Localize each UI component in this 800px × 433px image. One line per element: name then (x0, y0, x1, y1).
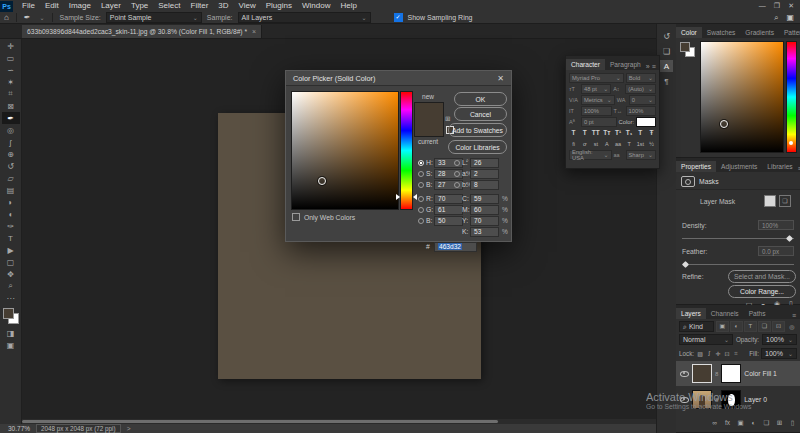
antialias-dropdown[interactable]: Sharp⌄ (626, 150, 657, 160)
opacity-dropdown[interactable]: 100%⌄ (762, 334, 797, 345)
color-libraries-button[interactable]: Color Libraries (448, 140, 507, 154)
menubar-item[interactable]: Edit (40, 0, 64, 12)
status-chevron-icon[interactable]: > (127, 425, 131, 432)
value-input[interactable]: 59 (470, 194, 499, 204)
layer-mask-badge-icon[interactable] (764, 195, 776, 207)
color-field[interactable] (291, 91, 399, 210)
type-style-button[interactable]: T¹ (614, 129, 623, 136)
radio-button[interactable] (418, 196, 424, 202)
link-layers-icon[interactable]: ∞ (710, 419, 719, 427)
close-icon[interactable]: ✕ (788, 2, 794, 10)
show-sampling-ring-checkbox[interactable]: ✓ (394, 13, 403, 22)
home-icon[interactable]: ⌂ (4, 13, 9, 22)
type-style-button[interactable]: TT (591, 129, 600, 136)
tool-type[interactable]: T (2, 232, 20, 244)
lock-position-icon[interactable]: ✛ (714, 350, 722, 357)
type-style-button[interactable]: T (580, 129, 589, 136)
tool-clone-stamp[interactable]: ⊕ (2, 148, 20, 160)
screen-mode-icon[interactable]: ▣ (2, 339, 20, 351)
lock-transparency-icon[interactable]: ▨ (696, 350, 704, 357)
tool-hand[interactable]: ✥ (2, 268, 20, 280)
filter-smart-objects-icon[interactable]: ⊡ (772, 321, 785, 332)
menubar-item[interactable]: Help (335, 0, 361, 12)
panel-tab[interactable]: Channels (706, 308, 744, 319)
opentype-button[interactable]: 1st (636, 141, 645, 147)
tool-pen[interactable]: ✑ (2, 220, 20, 232)
new-group-icon[interactable]: ❏ (762, 419, 771, 427)
radio-button[interactable] (418, 171, 424, 177)
layer-name[interactable]: Color Fill 1 (744, 370, 776, 377)
tool-move[interactable]: ✛ (2, 40, 20, 52)
radio-button[interactable] (454, 171, 460, 177)
kerning-dropdown[interactable]: Metrics⌄ (581, 95, 615, 105)
radio-button[interactable] (418, 218, 424, 224)
menubar-item[interactable]: Image (64, 0, 96, 12)
color-range-button[interactable]: Color Range... (728, 285, 796, 298)
lock-pixels-icon[interactable]: ʃ (705, 350, 713, 357)
value-input[interactable]: 8 (470, 180, 499, 190)
layer-mask-thumbnail[interactable] (721, 364, 741, 383)
density-value[interactable]: 100% (758, 220, 794, 230)
hue-slider-arrow-left[interactable] (396, 194, 400, 200)
type-style-button[interactable]: T₁ (625, 129, 634, 136)
tool-edit-toolbar[interactable]: ⋯ (2, 292, 20, 304)
chevron-down-icon[interactable]: ⌄ (40, 14, 45, 21)
filter-shape-layers-icon[interactable]: ❏ (758, 321, 771, 332)
tool-crop[interactable]: ⌗ (2, 88, 20, 100)
panel-tab[interactable]: Paragraph (605, 59, 646, 70)
new-adjustment-icon[interactable]: ◐ (749, 419, 758, 427)
eyedropper-tool-icon[interactable]: ✒ (24, 13, 31, 22)
lock-all-icon[interactable]: ⌗ (732, 350, 740, 357)
leading-dropdown[interactable]: (Auto)⌄ (625, 84, 656, 94)
tool-magic-wand[interactable]: ✶ (2, 76, 20, 88)
add-mask-icon[interactable]: ▣ (736, 419, 745, 427)
history-panel-icon[interactable]: ↺ (660, 30, 673, 42)
radio-button[interactable] (454, 182, 460, 188)
color-field-marker[interactable] (318, 177, 326, 185)
density-slider[interactable] (682, 238, 794, 239)
density-slider-thumb[interactable] (786, 235, 793, 242)
foreground-color-swatch[interactable] (3, 308, 14, 319)
text-color-swatch[interactable] (636, 117, 656, 127)
opentype-button[interactable]: fi (569, 141, 578, 147)
filter-adjustment-layers-icon[interactable]: ◐ (730, 321, 743, 332)
minimize-icon[interactable]: — (759, 2, 766, 10)
filter-type-layers-icon[interactable]: T (744, 321, 757, 332)
panel-tab[interactable]: Color (676, 27, 702, 38)
tool-shape[interactable]: ▢ (2, 256, 20, 268)
filter-kind-dropdown[interactable]: ⌕Kind (679, 321, 714, 332)
radio-button[interactable] (418, 207, 424, 213)
paragraph-panel-icon[interactable]: ¶ (660, 75, 673, 87)
opentype-button[interactable]: ơ (580, 141, 589, 147)
panel-menu-icon[interactable]: ≡ (792, 312, 800, 319)
comments-panel-icon[interactable]: ❏ (660, 45, 673, 57)
tool-eraser[interactable]: ▱ (2, 172, 20, 184)
opentype-button[interactable]: aa (614, 141, 623, 147)
type-style-button[interactable]: T (569, 129, 578, 136)
vector-mask-icon[interactable]: ❏ (779, 195, 791, 207)
lock-artboard-icon[interactable]: ⊡ (723, 350, 731, 357)
scrollbar-thumb[interactable] (22, 420, 498, 423)
hue-slider[interactable] (400, 91, 413, 210)
quick-mask-icon[interactable]: ◨ (2, 327, 20, 339)
menubar-item[interactable]: Layer (96, 0, 126, 12)
opentype-button[interactable]: ½ (647, 141, 656, 147)
blend-mode-dropdown[interactable]: Normal⌄ (679, 334, 733, 345)
tool-eyedropper[interactable]: ✒ (2, 112, 20, 124)
language-dropdown[interactable]: English: USA⌄ (569, 150, 612, 160)
value-input[interactable]: 70 (470, 216, 499, 226)
workspace-switcher-icon[interactable]: ▣ (786, 13, 794, 23)
restore-icon[interactable]: ❐ (774, 2, 780, 10)
menubar-item[interactable]: Select (153, 0, 185, 12)
web-color-cube-icon[interactable]: ⊞ (445, 115, 450, 123)
opentype-button[interactable]: st (591, 141, 600, 147)
sample-layers-dropdown[interactable]: All Layers⌄ (238, 12, 371, 23)
panel-tab[interactable]: Patterns (779, 27, 800, 38)
tab-close-icon[interactable]: × (252, 28, 256, 35)
search-icon[interactable]: ⌕ (774, 13, 778, 23)
value-input[interactable]: 26 (470, 158, 499, 168)
tool-brush[interactable]: ʃ (2, 136, 20, 148)
ok-button[interactable]: OK (454, 92, 507, 106)
menubar-item[interactable]: Type (126, 0, 153, 12)
opentype-button[interactable]: T (625, 141, 634, 147)
